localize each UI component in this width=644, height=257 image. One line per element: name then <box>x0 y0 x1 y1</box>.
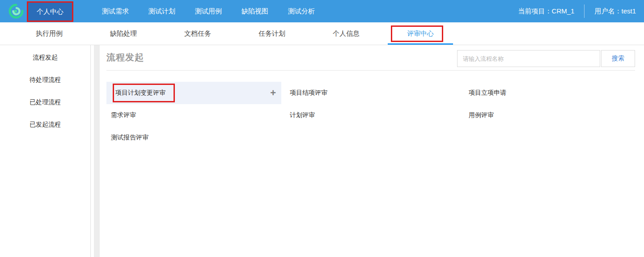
app-logo-icon[interactable] <box>7 2 25 20</box>
process-card-label: 需求评审 <box>111 111 136 119</box>
topnav-item-test-case[interactable]: 测试用例 <box>185 0 232 22</box>
swirl-logo-icon <box>7 2 25 20</box>
topnav-item-personal-center[interactable]: 个人中心 <box>27 1 73 22</box>
process-card-label: 项目结项评审 <box>290 89 327 97</box>
topnav-item-test-analysis[interactable]: 测试分析 <box>278 0 325 22</box>
process-card-label: 项目计划变更评审 <box>115 89 165 97</box>
tab-document-tasks[interactable]: 文档任务 <box>161 22 235 45</box>
topbar-divider <box>584 4 585 18</box>
process-card-plan-change-review[interactable]: 项目计划变更评审 + <box>106 82 281 104</box>
tab-personal-info[interactable]: 个人信息 <box>309 22 383 45</box>
search-button[interactable]: 搜索 <box>601 50 635 67</box>
page: 个人中心 测试需求 测试计划 测试用例 缺陷视图 测试分析 当前项目：CRM_1… <box>0 0 644 257</box>
process-card-test-report-review[interactable]: 测试报告评审 <box>106 126 285 149</box>
topbar: 个人中心 测试需求 测试计划 测试用例 缺陷视图 测试分析 当前项目：CRM_1… <box>0 0 644 22</box>
process-card-plan-review[interactable]: 计划评审 <box>285 104 464 126</box>
main-header: 流程发起 搜索 <box>106 45 635 71</box>
topbar-right: 当前项目：CRM_1 用户名：test1 <box>518 0 636 22</box>
search-input[interactable] <box>457 50 600 67</box>
sidebar-item-initiated-processes[interactable]: 已发起流程 <box>0 113 90 135</box>
search-bar: 搜索 <box>457 50 635 67</box>
sidebar-item-pending-processes[interactable]: 待处理流程 <box>0 68 90 91</box>
process-card-label: 计划评审 <box>290 111 315 119</box>
page-title: 流程发起 <box>106 51 144 63</box>
add-icon[interactable]: + <box>270 88 276 98</box>
topnav-item-test-plan[interactable]: 测试计划 <box>139 0 185 22</box>
tab-execute-cases[interactable]: 执行用例 <box>12 22 86 45</box>
active-tab-underline <box>388 43 453 45</box>
sidebar: 流程发起 待处理流程 已处理流程 已发起流程 <box>0 45 91 257</box>
current-project-label[interactable]: 当前项目：CRM_1 <box>518 7 575 16</box>
tab-review-center-label: 评审中心 <box>407 29 434 37</box>
process-card-project-approval-request[interactable]: 项目立项申请 <box>464 82 635 104</box>
tab-review-center[interactable]: 评审中心 <box>383 22 458 45</box>
top-navigation: 个人中心 测试需求 测试计划 测试用例 缺陷视图 测试分析 <box>27 0 325 22</box>
sidebar-item-handled-processes[interactable]: 已处理流程 <box>0 91 90 113</box>
process-card-label: 用例评审 <box>469 111 494 119</box>
process-card-label: 测试报告评审 <box>111 134 148 142</box>
tab-task-plan[interactable]: 任务计划 <box>235 22 309 45</box>
vertical-scrollbar[interactable] <box>94 45 100 257</box>
topnav-item-defect-view[interactable]: 缺陷视图 <box>232 0 278 22</box>
secondary-navigation: 执行用例 缺陷处理 文档任务 任务计划 个人信息 评审中心 <box>0 22 644 45</box>
process-grid: 项目计划变更评审 + 项目结项评审 项目立项申请 需求评审 计划评审 用例评审 … <box>106 82 635 149</box>
process-card-project-closure-review[interactable]: 项目结项评审 <box>285 82 464 104</box>
process-card-requirement-review[interactable]: 需求评审 <box>106 104 285 126</box>
process-card-label: 项目立项申请 <box>469 89 506 97</box>
username-label[interactable]: 用户名：test1 <box>594 7 636 16</box>
main-content: 流程发起 搜索 项目计划变更评审 + 项目结项评审 项目立项申请 需求评审 计划… <box>106 45 635 257</box>
topnav-item-test-requirements[interactable]: 测试需求 <box>92 0 139 22</box>
process-card-case-review[interactable]: 用例评审 <box>464 104 635 126</box>
sidebar-item-process-initiate[interactable]: 流程发起 <box>0 46 90 68</box>
tab-defect-handling[interactable]: 缺陷处理 <box>86 22 161 45</box>
